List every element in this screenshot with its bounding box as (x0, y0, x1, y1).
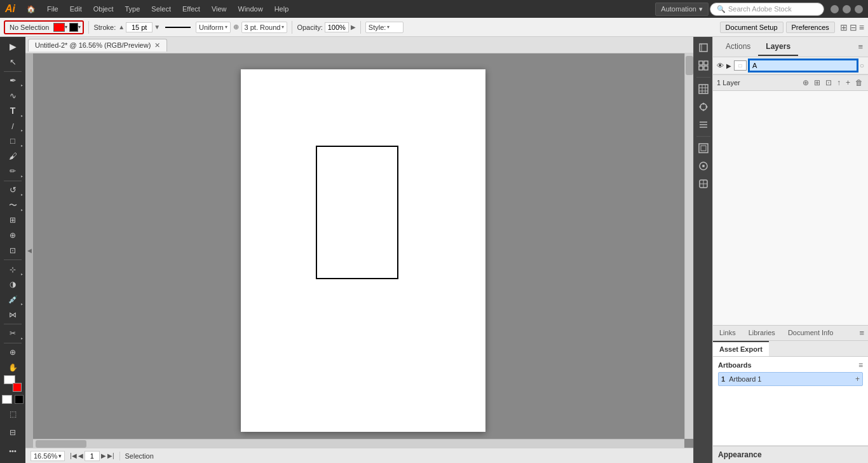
rectangle-tool[interactable]: □ ▸ (2, 134, 24, 148)
free-transform-tool[interactable]: ⊞ (2, 213, 24, 228)
add-layer-button[interactable]: + (844, 77, 851, 88)
zoom-select[interactable]: 16.56% ▾ (31, 451, 65, 461)
left-collapse-handle[interactable]: ◀ (25, 53, 33, 448)
opacity-input[interactable] (325, 22, 349, 32)
adobe-stock-search[interactable]: 🔍 Search Adobe Stock (710, 3, 824, 16)
menu-type[interactable]: Type (120, 3, 146, 15)
collect-in-layer-button[interactable]: ⊡ (824, 77, 833, 88)
puppet-warp-panel-icon[interactable] (695, 99, 712, 115)
hand-tool[interactable]: ✋ (2, 360, 24, 375)
layers-tab[interactable]: Layers (758, 38, 798, 56)
stroke-swatch[interactable] (13, 383, 22, 392)
type-tool[interactable]: T ▸ (2, 104, 24, 118)
stroke-down-arrow[interactable]: ▼ (154, 24, 160, 31)
warp-tool[interactable]: 〜 ▸ (2, 198, 24, 212)
arrange-icon[interactable]: ⊞ (840, 22, 848, 32)
paintbrush-tool[interactable]: 🖌 (2, 149, 24, 163)
align-icon[interactable]: ⊟ (850, 22, 857, 32)
layer-expand-arrow[interactable]: ▶ (726, 62, 731, 69)
vertical-scrollbar[interactable] (684, 53, 693, 439)
menu-effect[interactable]: Effect (177, 3, 205, 15)
blend-tool[interactable]: ⋈ (2, 307, 24, 322)
none-swatch[interactable] (2, 395, 12, 404)
shape-builder-tool[interactable]: ⊕ (2, 228, 24, 243)
prev-page-button[interactable]: ◀ (78, 452, 83, 459)
menu-edit[interactable]: Edit (65, 3, 87, 15)
menu-help[interactable]: Help (269, 3, 294, 15)
menu-view[interactable]: View (207, 3, 232, 15)
preferences-button[interactable]: Preferences (786, 22, 835, 33)
fill-color-swatch[interactable] (53, 23, 65, 32)
appearance-panel-icon[interactable] (695, 158, 712, 174)
layer-visibility-icon[interactable]: 👁 (717, 62, 724, 69)
perspective-grid-tool[interactable]: ⊡ (2, 244, 24, 258)
libraries-panel-icon[interactable] (695, 39, 712, 56)
horizontal-scrollbar[interactable] (33, 439, 684, 448)
grid-panel-icon[interactable] (695, 81, 712, 97)
rotate-tool[interactable]: ↺ ▸ (2, 183, 24, 198)
artboard-number-input[interactable] (85, 451, 100, 461)
scrollbar-thumb-h[interactable] (36, 440, 86, 448)
libraries-tab[interactable]: Libraries (742, 326, 782, 340)
opacity-arrow[interactable]: ▶ (351, 24, 356, 31)
align-panel-icon[interactable] (695, 116, 712, 133)
zoom-tool[interactable]: ⊕ (2, 345, 24, 360)
menu-home[interactable]: 🏠 (22, 3, 41, 16)
stroke-up-arrow[interactable]: ▲ (118, 24, 125, 31)
document-tab[interactable]: Untitled-2* @ 16.56% (RGB/Preview) ✕ (28, 39, 167, 52)
layer-target-circle[interactable]: ○ (860, 61, 864, 70)
merge-layers-button[interactable]: ⊞ (813, 77, 822, 88)
style-select[interactable]: Style: ▾ (365, 22, 403, 33)
menu-file[interactable]: File (42, 3, 64, 15)
stroke-color-swatch[interactable] (69, 23, 78, 32)
cap-select[interactable]: 3 pt. Round ▾ (241, 22, 288, 33)
move-to-layer-button[interactable]: ↑ (836, 77, 842, 88)
stroke-value-input[interactable] (126, 22, 153, 32)
scrollbar-thumb-v[interactable] (686, 56, 693, 75)
links-tab[interactable]: Links (713, 326, 742, 340)
layer-name-input[interactable] (749, 60, 857, 71)
menu-window[interactable]: Window (233, 3, 268, 15)
first-page-button[interactable]: |◀ (70, 452, 77, 459)
close-button[interactable]: ✕ (855, 5, 863, 13)
minimize-button[interactable]: — (831, 5, 839, 13)
artboards-header-options[interactable]: ≡ (858, 361, 863, 370)
stroke-dropdown[interactable]: ▾ (78, 24, 81, 30)
layers-options-menu[interactable]: ≡ (858, 42, 863, 52)
artboard-add-icon[interactable]: + (855, 375, 860, 384)
variable-width-select[interactable]: Uniform ▾ (196, 22, 231, 33)
doc-setup-button[interactable]: Document Setup (720, 22, 783, 33)
document-info-tab[interactable]: Document Info (782, 326, 840, 340)
pencil-tool[interactable]: ✏ ▸ (2, 164, 24, 179)
gradient-tool[interactable]: ◑ (2, 277, 24, 292)
actions-tab[interactable]: Actions (718, 38, 758, 56)
selection-tool[interactable]: ▶ (2, 39, 24, 54)
artboard-row-1[interactable]: 1 Artboard 1 + (718, 372, 863, 386)
plugins-panel-icon[interactable] (695, 176, 712, 192)
eyedropper-tool[interactable]: 💉 ▸ (2, 293, 24, 307)
direct-selection-tool[interactable]: ↖ (2, 55, 24, 69)
locate-object-button[interactable]: ⊕ (801, 77, 810, 88)
canvas-scroll-area[interactable]: ◀ (25, 53, 693, 448)
maximize-button[interactable]: □ (843, 5, 851, 13)
next-page-button[interactable]: ▶ (101, 452, 106, 459)
bottom-panel-options[interactable]: ≡ (855, 326, 868, 340)
fill-dropdown[interactable]: ▾ (65, 24, 67, 30)
last-page-button[interactable]: ▶| (107, 452, 114, 459)
mesh-tool[interactable]: ⊹ ▸ (2, 262, 24, 277)
rectangle-object[interactable] (316, 146, 398, 279)
black-swatch[interactable] (15, 395, 24, 404)
transform-panel-icon[interactable] (695, 140, 712, 156)
scissors-tool[interactable]: ✂ ▸ (2, 326, 24, 341)
close-tab-button[interactable]: ✕ (154, 41, 160, 50)
asset-export-panel-icon[interactable] (695, 57, 712, 74)
menu-select[interactable]: Select (146, 3, 176, 15)
more-tools-button[interactable]: ••• (2, 443, 24, 459)
color-swatches[interactable] (4, 375, 22, 392)
asset-export-tab[interactable]: Asset Export (713, 341, 769, 356)
screen-mode-tool[interactable]: ⊟ (2, 424, 24, 441)
line-tool[interactable]: / ▸ (2, 119, 24, 134)
workspace-selector[interactable]: Automation ▾ (655, 3, 709, 16)
more-options-icon[interactable]: ≡ (859, 22, 864, 32)
draw-mode-tool[interactable]: ⬚ (2, 406, 24, 422)
